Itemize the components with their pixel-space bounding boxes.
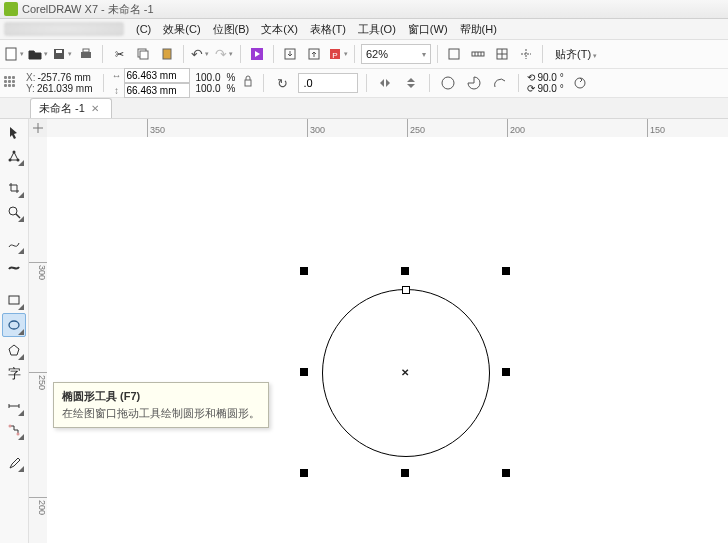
- undo-button[interactable]: ↶: [190, 44, 210, 64]
- mirror-h-button[interactable]: [375, 73, 395, 93]
- svg-point-32: [9, 321, 19, 329]
- crop-tool[interactable]: [3, 177, 25, 199]
- ellipse-tool[interactable]: [2, 313, 26, 337]
- connector-tool[interactable]: [3, 419, 25, 441]
- svg-point-36: [17, 433, 20, 436]
- handle-se[interactable]: [502, 469, 510, 477]
- copy-button[interactable]: [133, 44, 153, 64]
- menu-item-bitmap[interactable]: 位图(B): [207, 20, 256, 39]
- svg-line-30: [16, 214, 20, 218]
- menu-item-effects[interactable]: 效果(C): [157, 20, 206, 39]
- grid-button[interactable]: [492, 44, 512, 64]
- open-button[interactable]: [28, 44, 48, 64]
- scale-block: 100.0 100.0: [196, 72, 221, 94]
- tab-row: 未命名 -1 ✕: [0, 98, 728, 119]
- zoom-input[interactable]: 62%▾: [361, 44, 431, 64]
- rotate-button[interactable]: ↻: [272, 73, 292, 93]
- canvas[interactable]: ✕ 椭圆形工具 (F7) 在绘图窗口拖动工具绘制圆形和椭圆形。: [47, 137, 728, 543]
- ruler-horizontal[interactable]: 350 300 250 200 150: [47, 119, 728, 138]
- fullscreen-button[interactable]: [444, 44, 464, 64]
- titlebar: CorelDRAW X7 - 未命名 -1: [0, 0, 728, 19]
- launch-button[interactable]: [247, 44, 267, 64]
- shape-node[interactable]: [402, 286, 410, 294]
- paste-button[interactable]: [157, 44, 177, 64]
- mirror-v-button[interactable]: [401, 73, 421, 93]
- publish-button[interactable]: P: [328, 44, 348, 64]
- snap-menu[interactable]: 贴齐(T): [549, 45, 603, 64]
- polygon-tool[interactable]: [3, 339, 25, 361]
- scale-x[interactable]: 100.0: [196, 72, 221, 83]
- ruler-origin[interactable]: [29, 119, 48, 138]
- end-angle-icon: ⟳: [527, 83, 535, 94]
- pie-mode-button[interactable]: [464, 73, 484, 93]
- start-angle-icon: ⟲: [527, 72, 535, 83]
- percent-block: % %: [227, 72, 236, 94]
- height-input[interactable]: [124, 83, 190, 98]
- x-value[interactable]: -257.76 mm: [37, 72, 90, 83]
- ellipse-mode-button[interactable]: [438, 73, 458, 93]
- new-button[interactable]: [4, 44, 24, 64]
- width-input[interactable]: [124, 68, 190, 83]
- start-angle[interactable]: 90.0 °: [537, 72, 563, 83]
- menu-item-0[interactable]: (C): [130, 21, 157, 37]
- menu-item-text[interactable]: 文本(X): [255, 20, 304, 39]
- menu-smudge: [4, 22, 124, 36]
- work-area: 字 350 300 250 200 150 300 250 200: [0, 119, 728, 543]
- show-rulers-button[interactable]: [468, 44, 488, 64]
- ruler-tick: 300: [29, 262, 47, 280]
- freehand-tool[interactable]: [3, 233, 25, 255]
- origin-grip[interactable]: [4, 76, 18, 90]
- svg-rect-3: [81, 52, 91, 58]
- svg-rect-13: [449, 49, 459, 59]
- handle-ne[interactable]: [502, 267, 510, 275]
- pick-tool[interactable]: [3, 121, 25, 143]
- scale-y[interactable]: 100.0: [196, 83, 221, 94]
- arc-mode-button[interactable]: [490, 73, 510, 93]
- handle-sw[interactable]: [300, 469, 308, 477]
- shape-tool[interactable]: [3, 145, 25, 167]
- menu-item-window[interactable]: 窗口(W): [402, 20, 454, 39]
- text-tool[interactable]: 字: [3, 363, 25, 385]
- doc-tab[interactable]: 未命名 -1 ✕: [30, 98, 112, 118]
- center-marker: ✕: [401, 367, 409, 378]
- save-button[interactable]: [52, 44, 72, 64]
- direction-button[interactable]: [570, 73, 590, 93]
- pct-1: %: [227, 72, 236, 83]
- import-button[interactable]: [280, 44, 300, 64]
- end-angle[interactable]: 90.0 °: [537, 83, 563, 94]
- lock-ratio-button[interactable]: [241, 72, 255, 94]
- rotation-input[interactable]: [298, 73, 358, 93]
- pct-2: %: [227, 83, 236, 94]
- handle-w[interactable]: [300, 368, 308, 376]
- svg-rect-0: [6, 48, 16, 60]
- dimension-tool[interactable]: [3, 395, 25, 417]
- menu-item-help[interactable]: 帮助(H): [454, 20, 503, 39]
- menu-item-tools[interactable]: 工具(O): [352, 20, 402, 39]
- guidelines-button[interactable]: [516, 44, 536, 64]
- toolbox: 字: [0, 119, 29, 543]
- handle-s[interactable]: [401, 469, 409, 477]
- cut-button[interactable]: ✂: [109, 44, 129, 64]
- redo-icon: ↷: [215, 46, 227, 62]
- handle-nw[interactable]: [300, 267, 308, 275]
- ruler-vertical[interactable]: 300 250 200: [29, 137, 48, 543]
- ruler-tick: 250: [29, 372, 47, 390]
- redo-button[interactable]: ↷: [214, 44, 234, 64]
- svg-rect-2: [56, 50, 62, 53]
- print-button[interactable]: [76, 44, 96, 64]
- export-button[interactable]: [304, 44, 324, 64]
- artistic-media-tool[interactable]: [3, 257, 25, 279]
- svg-point-27: [17, 159, 20, 162]
- zoom-tool[interactable]: [3, 201, 25, 223]
- handle-e[interactable]: [502, 368, 510, 376]
- doc-tab-label: 未命名 -1: [39, 101, 85, 116]
- handle-n[interactable]: [401, 267, 409, 275]
- close-icon[interactable]: ✕: [91, 103, 99, 114]
- y-value[interactable]: 261.039 mm: [37, 83, 93, 94]
- svg-text:P: P: [332, 51, 337, 60]
- rect-tool[interactable]: [3, 289, 25, 311]
- width-icon: ↔: [112, 70, 122, 81]
- menu-item-table[interactable]: 表格(T): [304, 20, 352, 39]
- svg-rect-6: [140, 51, 148, 59]
- eyedropper-tool[interactable]: [3, 451, 25, 473]
